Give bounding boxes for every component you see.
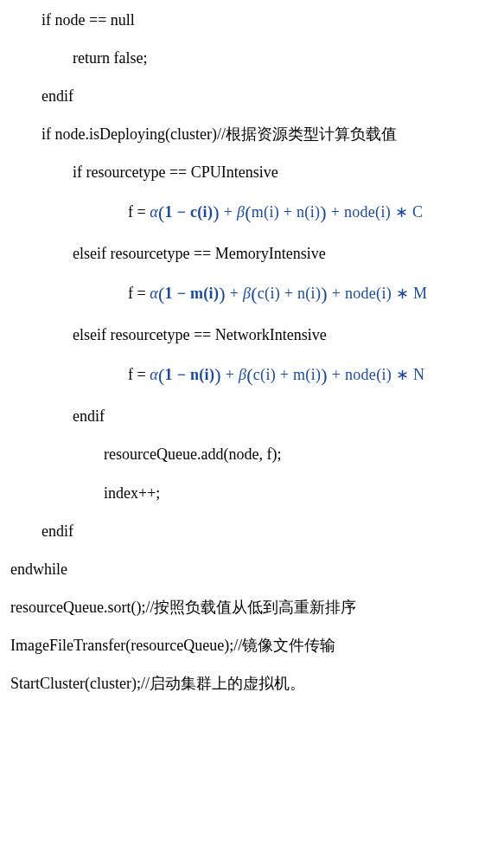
code-line: StartCluster(cluster);//启动集群上的虚拟机。 [10, 672, 494, 695]
code-line: ImageFileTransfer(resourceQueue);//镜像文件传… [10, 634, 494, 657]
alpha-symbol: α [150, 203, 158, 221]
code-line: if resourcetype == CPUIntensive [10, 161, 494, 183]
formula-cpu: α(1 − c(i)) + β(m(i) + n(i)) + node(i) ∗… [150, 203, 423, 221]
alpha-symbol: α [150, 366, 158, 383]
formula-network: α(1 − n(i)) + β(c(i) + m(i)) + node(i) ∗… [150, 366, 424, 383]
formula-line-memory: f = α(1 − m(i)) + β(c(i) + n(i)) + node(… [10, 280, 494, 308]
formula-prefix: f = [128, 285, 150, 302]
formula-prefix: f = [128, 366, 150, 383]
formula-memory: α(1 − m(i)) + β(c(i) + n(i)) + node(i) ∗… [150, 285, 427, 302]
code-line: endif [10, 85, 494, 107]
code-line: return false; [10, 47, 494, 69]
alpha-inner: 1 − n(i) [165, 366, 215, 383]
code-line: elseif resourcetype == NetworkIntensive [10, 324, 494, 346]
beta-inner: c(i) + m(i) [253, 366, 321, 383]
alpha-inner: 1 − m(i) [165, 285, 220, 302]
beta-inner: m(i) + n(i) [252, 203, 320, 221]
beta-symbol: β [237, 203, 245, 221]
beta-inner: c(i) + n(i) [258, 285, 321, 302]
code-line: endif [10, 405, 494, 427]
formula-line-cpu: f = α(1 − c(i)) + β(m(i) + n(i)) + node(… [10, 199, 494, 227]
alpha-inner: 1 − c(i) [165, 203, 214, 221]
code-line: endwhile [10, 558, 494, 580]
code-line: if node == null [10, 9, 494, 31]
code-line: index++; [10, 482, 494, 504]
code-line: resourceQueue.add(node, f); [10, 443, 494, 465]
formula-prefix: f = [128, 203, 150, 221]
code-line: if node.isDeploying(cluster)//根据资源类型计算负载… [10, 123, 494, 145]
plus-symbol: + [220, 203, 237, 221]
alpha-symbol: α [150, 285, 158, 302]
beta-symbol: β [239, 366, 246, 383]
formula-tail: + node(i) ∗ C [327, 203, 423, 221]
code-line: resourceQueue.sort();//按照负载值从低到高重新排序 [10, 596, 494, 618]
formula-tail: + node(i) ∗ N [328, 366, 424, 383]
code-line: endif [10, 520, 494, 542]
formula-line-network: f = α(1 − n(i)) + β(c(i) + m(i)) + node(… [10, 362, 494, 389]
beta-symbol: β [243, 285, 251, 302]
plus-symbol: + [221, 366, 239, 383]
code-line: elseif resourcetype == MemoryIntensive [10, 242, 494, 265]
plus-symbol: + [226, 285, 243, 302]
formula-tail: + node(i) ∗ M [328, 285, 427, 302]
